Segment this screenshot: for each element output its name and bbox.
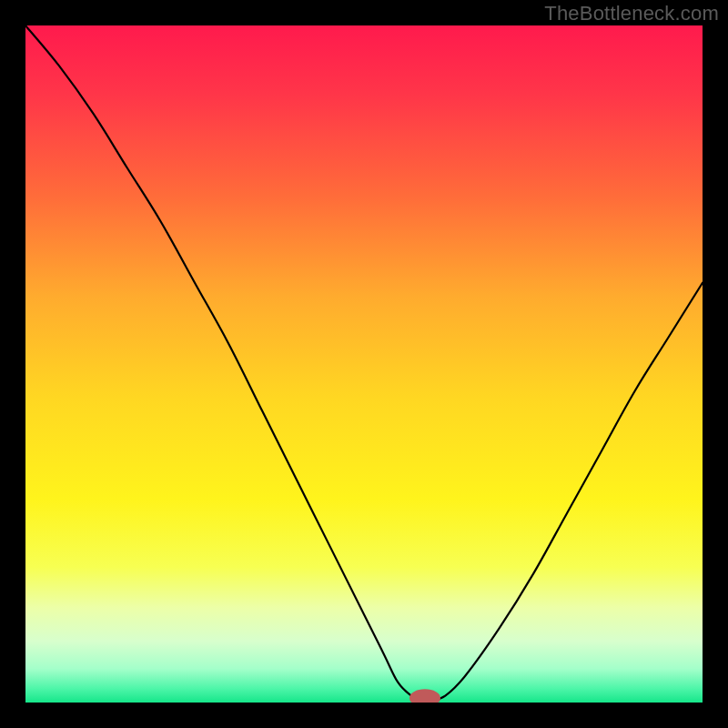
plot-svg — [25, 25, 703, 703]
chart-frame: TheBottleneck.com — [0, 0, 728, 728]
plot-area — [25, 25, 703, 703]
watermark-text: TheBottleneck.com — [544, 2, 719, 25]
gradient-background — [25, 25, 703, 703]
